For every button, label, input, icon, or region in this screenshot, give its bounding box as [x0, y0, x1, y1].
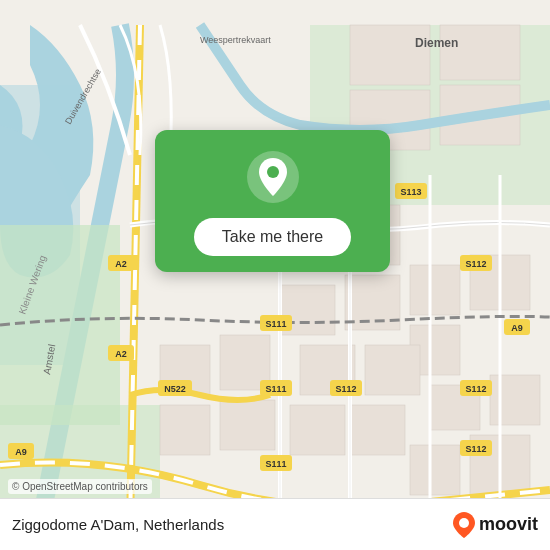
take-me-there-button[interactable]: Take me there — [194, 218, 351, 256]
svg-text:S112: S112 — [465, 259, 486, 269]
svg-rect-18 — [220, 400, 275, 450]
moovit-pin-icon — [453, 512, 475, 538]
svg-text:S113: S113 — [400, 187, 421, 197]
svg-text:Weespertrekvaart: Weespertrekvaart — [200, 35, 271, 45]
bottom-bar: Ziggodome A'Dam, Netherlands moovit — [0, 498, 550, 550]
svg-text:S111: S111 — [265, 384, 286, 394]
svg-rect-19 — [290, 405, 345, 455]
svg-text:S111: S111 — [265, 319, 286, 329]
svg-rect-14 — [490, 375, 540, 425]
svg-point-63 — [267, 166, 279, 178]
moovit-logo: moovit — [453, 512, 538, 538]
svg-rect-17 — [160, 405, 210, 455]
navigation-card: Take me there — [155, 130, 390, 272]
svg-rect-21 — [410, 445, 460, 495]
svg-text:A2: A2 — [115, 349, 127, 359]
svg-text:S111: S111 — [265, 459, 286, 469]
moovit-brand-name: moovit — [479, 514, 538, 535]
map-svg: S112 S112 S112 S112 S112 S112 S113 S111 … — [0, 0, 550, 550]
svg-rect-1 — [0, 225, 120, 425]
svg-text:N522: N522 — [164, 384, 186, 394]
svg-text:S112: S112 — [465, 444, 486, 454]
svg-rect-8 — [410, 265, 460, 315]
map-container: S112 S112 S112 S112 S112 S112 S113 S111 … — [0, 0, 550, 550]
svg-rect-20 — [350, 405, 405, 455]
svg-rect-24 — [440, 25, 520, 80]
location-pin-icon — [246, 150, 300, 204]
svg-text:S112: S112 — [465, 384, 486, 394]
svg-point-64 — [459, 518, 469, 528]
svg-text:A9: A9 — [15, 447, 27, 457]
svg-rect-12 — [365, 345, 420, 395]
svg-text:A2: A2 — [115, 259, 127, 269]
location-name: Ziggodome A'Dam, Netherlands — [12, 516, 224, 533]
map-attribution: © OpenStreetMap contributors — [8, 479, 152, 494]
svg-text:Diemen: Diemen — [415, 36, 458, 50]
svg-rect-23 — [350, 25, 430, 85]
svg-text:A9: A9 — [511, 323, 523, 333]
svg-text:S112: S112 — [335, 384, 356, 394]
